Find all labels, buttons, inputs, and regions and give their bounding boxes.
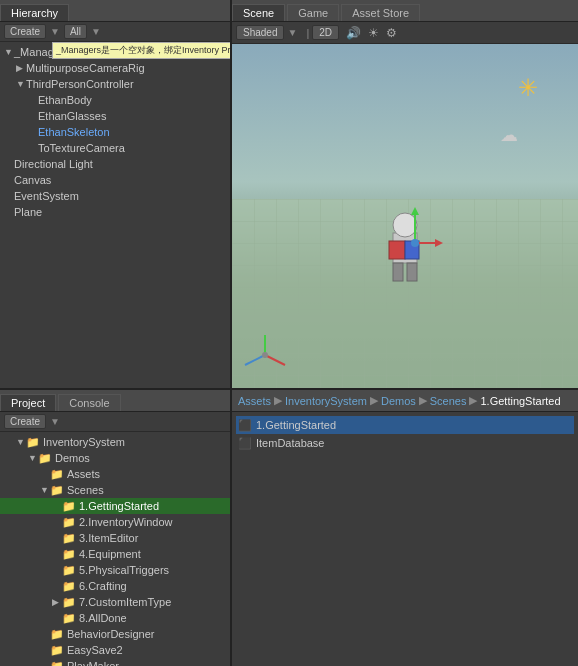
tab-project[interactable]: Project <box>0 394 56 411</box>
assets-content: ⬛ 1.GettingStarted ⬛ ItemDatabase <box>232 412 578 666</box>
project-item-4equipment[interactable]: 📁 4.Equipment <box>0 546 230 562</box>
project-item-8alldone[interactable]: 📁 8.AllDone <box>0 610 230 626</box>
project-item-easysave2[interactable]: 📁 EasySave2 <box>0 642 230 658</box>
svg-marker-7 <box>411 207 419 215</box>
effects-icon[interactable]: ☀ <box>368 26 379 40</box>
svg-point-10 <box>411 239 419 247</box>
project-content: 📁 InventorySystem 📁 Demos 📁 Assets 📁 Sc <box>0 432 230 666</box>
svg-line-13 <box>245 355 265 365</box>
arrow-right-icon <box>16 63 26 73</box>
breadcrumb-sep1: ▶ <box>274 394 282 407</box>
project-item-7customitemtype[interactable]: 📁 7.CustomItemType <box>0 594 230 610</box>
folder-icon: 📁 <box>62 516 76 529</box>
project-tabs: Project Console <box>0 390 230 412</box>
bottom-area: Project Console Create ▼ 📁 InventorySyst… <box>0 390 578 666</box>
breadcrumb-inventorysystem[interactable]: InventorySystem <box>285 395 367 407</box>
hierarchy-item-totexturecamera[interactable]: ToTextureCamera <box>0 140 230 156</box>
assets-panel: Assets ▶ InventorySystem ▶ Demos ▶ Scene… <box>232 390 578 666</box>
folder-icon: 📁 <box>62 596 76 609</box>
scene-toolbar: Shaded ▼ | 2D 🔊 ☀ ⚙ <box>232 22 578 44</box>
svg-line-12 <box>265 355 285 365</box>
hierarchy-item-managers[interactable]: _Managers ← _Managers是一个空对象，绑定Inventory … <box>0 44 230 60</box>
hierarchy-create-button[interactable]: Create <box>4 24 46 39</box>
hierarchy-item-canvas[interactable]: Canvas <box>0 172 230 188</box>
scene-view[interactable]: ✳ ☁ <box>232 44 578 388</box>
project-item-5physicaltriggers[interactable]: 📁 5.PhysicalTriggers <box>0 562 230 578</box>
scene-panels: Scene Game Asset Store Shaded ▼ | 2D 🔊 ☀… <box>232 0 578 388</box>
tab-console[interactable]: Console <box>58 394 120 411</box>
folder-icon: 📁 <box>62 580 76 593</box>
folder-icon: 📁 <box>50 628 64 641</box>
arrow-down-icon <box>16 437 26 447</box>
folder-icon: 📁 <box>62 548 76 561</box>
folder-icon: 📁 <box>26 436 40 449</box>
folder-icon: 📁 <box>62 532 76 545</box>
project-item-assets[interactable]: 📁 Assets <box>0 466 230 482</box>
project-item-2inventorywindow[interactable]: 📁 2.InventoryWindow <box>0 514 230 530</box>
svg-point-1 <box>393 213 417 237</box>
hierarchy-item-directionallight[interactable]: Directional Light <box>0 156 230 172</box>
svg-rect-5 <box>407 263 417 281</box>
tab-game[interactable]: Game <box>287 4 339 21</box>
hierarchy-toolbar: Create ▼ All ▼ <box>0 22 230 42</box>
project-item-6crafting[interactable]: 📁 6.Crafting <box>0 578 230 594</box>
create-dropdown-icon: ▼ <box>50 416 60 427</box>
project-panel: Project Console Create ▼ 📁 InventorySyst… <box>0 390 232 666</box>
breadcrumb-demos[interactable]: Demos <box>381 395 416 407</box>
breadcrumb-sep3: ▶ <box>419 394 427 407</box>
folder-icon: 📁 <box>62 612 76 625</box>
project-create-button[interactable]: Create <box>4 414 46 429</box>
cloud-icon: ☁ <box>500 124 518 146</box>
project-item-3itemeditor[interactable]: 📁 3.ItemEditor <box>0 530 230 546</box>
hierarchy-item-thirdpersoncontroller[interactable]: ThirdPersonController <box>0 76 230 92</box>
svg-rect-2 <box>389 241 405 259</box>
hierarchy-all-button[interactable]: All <box>64 24 87 39</box>
svg-point-14 <box>262 352 268 358</box>
shaded-dropdown-icon: ▼ <box>287 27 297 38</box>
annotation-text: _Managers是一个空对象，绑定Inventory Pro的Setting脚… <box>52 42 230 59</box>
breadcrumb-current: 1.GettingStarted <box>480 395 560 407</box>
arrow-down-icon <box>4 47 14 57</box>
breadcrumb-sep4: ▶ <box>469 394 477 407</box>
hierarchy-item-multipurposecamerarig[interactable]: MultipurposeCameraRig <box>0 60 230 76</box>
breadcrumb-scenes[interactable]: Scenes <box>430 395 467 407</box>
tab-scene[interactable]: Scene <box>232 4 285 21</box>
character-object <box>365 203 445 293</box>
arrow-down-icon <box>40 485 50 495</box>
arrow-down-icon <box>16 79 26 89</box>
project-item-scenes[interactable]: 📁 Scenes <box>0 482 230 498</box>
folder-icon: 📁 <box>38 452 52 465</box>
corner-gizmo <box>240 330 290 380</box>
hierarchy-content: _Managers ← _Managers是一个空对象，绑定Inventory … <box>0 42 230 388</box>
gizmos-icon[interactable]: ⚙ <box>386 26 397 40</box>
project-item-behaviordesigner[interactable]: 📁 BehaviorDesigner <box>0 626 230 642</box>
divider: | <box>306 27 309 39</box>
scene-tabs: Scene Game Asset Store <box>232 0 578 22</box>
twod-button[interactable]: 2D <box>312 25 339 40</box>
tab-assetstore[interactable]: Asset Store <box>341 4 420 21</box>
arrow-right-icon <box>52 597 62 607</box>
svg-rect-4 <box>393 263 403 281</box>
hierarchy-item-ethanglasses[interactable]: EthanGlasses <box>0 108 230 124</box>
hierarchy-item-ethanbody[interactable]: EthanBody <box>0 92 230 108</box>
project-toolbar: Create ▼ <box>0 412 230 432</box>
folder-icon: 📁 <box>62 564 76 577</box>
project-item-inventorysystem[interactable]: 📁 InventorySystem <box>0 434 230 450</box>
folder-icon: 📁 <box>50 484 64 497</box>
breadcrumb-assets[interactable]: Assets <box>238 395 271 407</box>
hierarchy-item-plane[interactable]: Plane <box>0 204 230 220</box>
project-item-demos[interactable]: 📁 Demos <box>0 450 230 466</box>
asset-item-itemdatabase[interactable]: ⬛ ItemDatabase <box>236 434 574 452</box>
folder-icon: 📁 <box>50 644 64 657</box>
hierarchy-item-eventsystem[interactable]: EventSystem <box>0 188 230 204</box>
shaded-button[interactable]: Shaded <box>236 25 284 40</box>
hierarchy-panel: Hierarchy Create ▼ All ▼ _Managers ← _Ma… <box>0 0 232 388</box>
hierarchy-item-ethanskeleton[interactable]: EthanSkeleton <box>0 124 230 140</box>
project-item-1gettingstarted[interactable]: 📁 1.GettingStarted <box>0 498 230 514</box>
asset-item-1gettingstarted[interactable]: ⬛ 1.GettingStarted <box>236 416 574 434</box>
scene-icon: ⬛ <box>238 437 252 450</box>
project-item-playmaker[interactable]: 📁 PlayMaker <box>0 658 230 666</box>
audio-icon[interactable]: 🔊 <box>346 26 361 40</box>
sun-icon: ✳ <box>518 74 538 102</box>
tab-hierarchy[interactable]: Hierarchy <box>0 4 69 21</box>
